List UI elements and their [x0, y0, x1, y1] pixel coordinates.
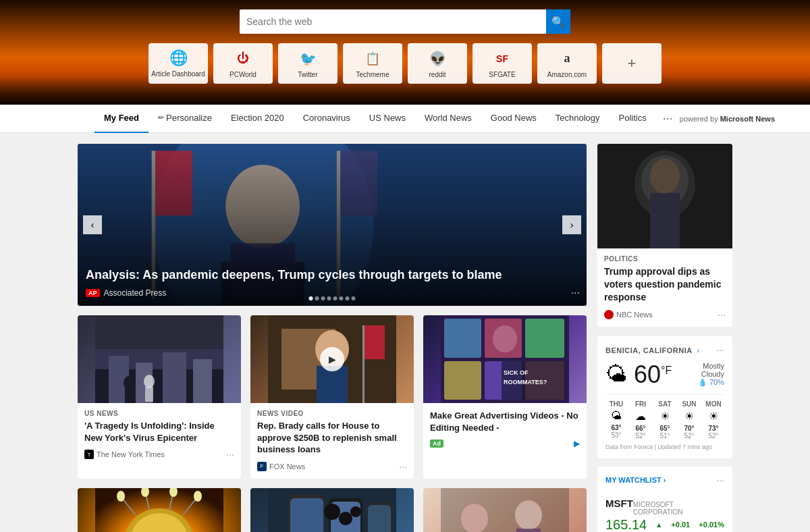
techmeme-icon: 📋	[363, 49, 382, 68]
politics-card[interactable]: POLITICS Trump approval dips as voters q…	[597, 144, 732, 327]
svg-rect-30	[444, 361, 481, 400]
news-card-body-1: US NEWS 'A Tragedy Is Unfolding': Inside…	[78, 403, 241, 467]
news-source-2: F FOX News	[257, 462, 305, 471]
nav-tabs: My Feed ✏ Personalize Election 2020 Coro…	[94, 105, 680, 133]
tab-good-news[interactable]: Good News	[481, 105, 546, 133]
hero-background: 🔍 🌐 Article Dashboard ⏻ PCWorld 🐦 Twitte…	[0, 0, 810, 105]
news-card-phone[interactable]: OnePlus 8 Pro hands-on: Camera and displ…	[250, 488, 414, 532]
news-grid-row2: The most creative helmet designs of 2020…	[78, 488, 587, 532]
svg-rect-63	[441, 488, 569, 532]
article-dashboard-icon: 🌐	[169, 49, 188, 68]
politics-footer: NBC News ···	[604, 309, 726, 320]
tab-my-feed[interactable]: My Feed	[94, 105, 148, 133]
featured-info: Analysis: As pandemic deepens, Trump cyc…	[78, 259, 587, 306]
weather-location[interactable]: BENICIA, CALIFORNIA ›	[605, 344, 699, 355]
msft-up-icon: ▲	[655, 521, 662, 529]
forecast-fri: FRI ☁ 66° 52°	[630, 400, 651, 440]
weather-temperature: 60°F	[634, 361, 672, 389]
tab-politics[interactable]: Politics	[610, 105, 656, 133]
tab-personalize[interactable]: ✏ Personalize	[148, 105, 221, 133]
featured-article[interactable]: ‹ › Analysis: As pandemic deepens, Trump…	[78, 144, 587, 306]
featured-title: Analysis: As pandemic deepens, Trump cyc…	[86, 267, 578, 283]
news-card-ad[interactable]: SICK OF ROOMMATES? Make Great Advertisin…	[423, 315, 587, 479]
video-play-icon: ▶	[320, 347, 344, 371]
source-name: Associated Press	[104, 288, 167, 298]
news-title-1: 'A Tragedy Is Unfolding': Inside New Yor…	[84, 420, 234, 444]
svg-rect-14	[163, 352, 186, 403]
forecast-fri-icon: ☁	[630, 410, 651, 423]
fox-icon: F	[257, 462, 267, 471]
news-category-1: US NEWS	[84, 410, 234, 417]
tab-world-news[interactable]: World News	[415, 105, 481, 133]
news-card-us-news[interactable]: US NEWS 'A Tragedy Is Unfolding': Inside…	[78, 315, 241, 479]
politics-card-image	[597, 144, 732, 248]
svg-rect-55	[290, 498, 323, 532]
svg-rect-29	[525, 319, 564, 358]
news-card-inventor[interactable]: The most creative helmet designs of 2020…	[78, 488, 241, 532]
svg-point-60	[324, 504, 340, 520]
news-card-fox-video[interactable]: ▶ NEWS VIDEO Rep. Brady calls for House …	[250, 315, 414, 479]
sidebar: POLITICS Trump approval dips as voters q…	[597, 144, 732, 532]
svg-rect-23	[317, 366, 348, 403]
tab-coronavirus[interactable]: Coronavirus	[294, 105, 360, 133]
msft-pct: +0.01%	[699, 521, 724, 529]
quicklink-twitter[interactable]: 🐦 Twitter	[278, 43, 338, 84]
powered-by: powered by Microsoft News	[680, 115, 775, 123]
politics-category: POLITICS	[604, 255, 726, 263]
svg-point-61	[339, 512, 352, 525]
stocks-more-button[interactable]: ···	[716, 475, 724, 485]
tab-us-news[interactable]: US News	[360, 105, 415, 133]
quicklink-pcworld[interactable]: ⏻ PCWorld	[213, 43, 273, 84]
quicklink-reddit[interactable]: 👽 reddit	[408, 43, 467, 84]
politics-more-button[interactable]: ···	[718, 309, 726, 320]
msft-change: +0.01	[671, 521, 690, 529]
watchlist-arrow-icon: ›	[664, 476, 666, 484]
svg-point-64	[461, 504, 488, 532]
quicklink-article-dashboard[interactable]: 🌐 Article Dashboard	[148, 43, 208, 84]
news-more-2[interactable]: ···	[399, 461, 407, 472]
tab-election-2020[interactable]: Election 2020	[221, 105, 294, 133]
svg-rect-24	[362, 325, 364, 403]
featured-next-button[interactable]: ›	[562, 215, 581, 234]
featured-prev-button[interactable]: ‹	[83, 215, 102, 234]
svg-text:ROOMMATES?: ROOMMATES?	[504, 379, 547, 385]
svg-rect-15	[193, 359, 212, 403]
news-source-1: T The New York Times	[84, 450, 165, 459]
svg-rect-25	[364, 325, 385, 359]
news-card-image-3: SICK OF ROOMMATES?	[423, 315, 587, 403]
news-card-body-2: NEWS VIDEO Rep. Brady calls for House to…	[250, 403, 414, 479]
nav-more-button[interactable]: ···	[656, 105, 680, 133]
quicklink-add[interactable]: +	[602, 43, 662, 84]
weather-condition-icon: 🌤	[605, 362, 627, 387]
news-more-1[interactable]: ···	[226, 449, 234, 460]
search-bar: 🔍	[240, 9, 570, 34]
search-input[interactable]	[246, 16, 546, 27]
msft-price: 165.14	[605, 517, 647, 532]
stock-msft[interactable]: MSFT MICROSOFT CORPORATION 165.14 ▲ +0.0…	[605, 492, 724, 532]
forecast-thu-icon: 🌤	[605, 410, 627, 422]
forecast-sat: SAT ☀ 65° 51°	[654, 400, 676, 440]
add-icon: +	[622, 54, 641, 73]
amazon-icon: a	[558, 49, 576, 68]
politics-card-body: POLITICS Trump approval dips as voters q…	[597, 248, 732, 327]
weather-more-button[interactable]: ···	[716, 344, 724, 355]
news-title-ad: Make Great Advertising Videos - No Editi…	[430, 410, 580, 433]
watchlist-title[interactable]: MY WATCHLIST ›	[605, 476, 666, 484]
svg-point-66	[515, 500, 542, 530]
shopping-image: Shopping Shop for a new juicer	[423, 488, 587, 532]
svg-point-16	[124, 376, 134, 390]
news-title-2: Rep. Brady calls for House to approve $2…	[257, 420, 407, 456]
news-card-shopping[interactable]: Shopping Shop for a new juicer	[423, 488, 587, 532]
quicklink-techmeme[interactable]: 📋 Techmeme	[343, 43, 402, 84]
quicklink-amazon[interactable]: a Amazon.com	[537, 43, 597, 84]
search-button[interactable]: 🔍	[546, 9, 570, 34]
svg-point-72	[650, 159, 680, 194]
svg-point-33	[493, 325, 517, 352]
forecast-mon: MON ☀ 73° 52°	[703, 400, 724, 440]
svg-rect-73	[650, 193, 680, 248]
news-column: ‹ › Analysis: As pandemic deepens, Trump…	[78, 144, 587, 532]
quicklink-sfgate[interactable]: SF SFGATE	[473, 43, 532, 84]
ad-badge: Ad	[430, 440, 443, 448]
tab-technology[interactable]: Technology	[546, 105, 610, 133]
news-card-image-bot1	[78, 488, 241, 532]
